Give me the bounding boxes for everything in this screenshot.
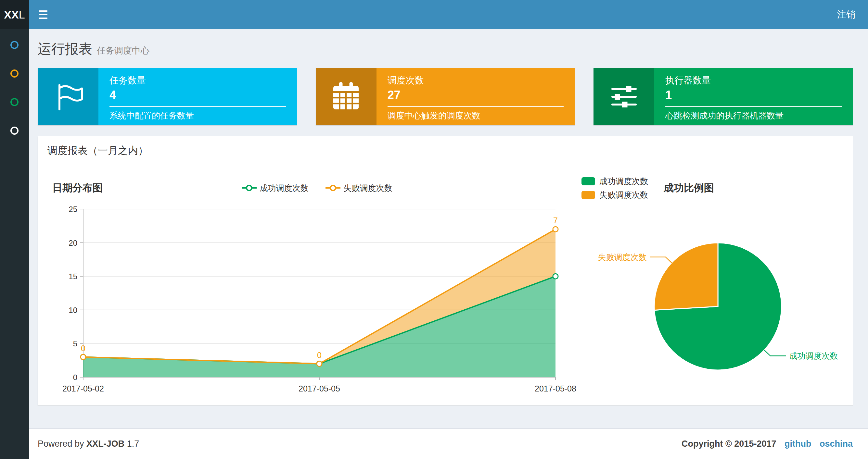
footer: Powered by XXL-JOB 1.7 Copyright © 2015-…	[29, 428, 868, 459]
svg-text:2017-05-02: 2017-05-02	[62, 384, 104, 393]
legend-label: 失败调度次数	[344, 183, 393, 194]
app-logo[interactable]: XXL	[0, 0, 29, 29]
pie-chart-title: 成功比例图	[664, 181, 714, 195]
page-title: 运行报表任务调度中心	[38, 40, 853, 58]
sliders-icon	[593, 68, 654, 125]
svg-text:2017-05-08: 2017-05-08	[535, 384, 576, 393]
info-box-jobs: 任务数量 4 系统中配置的任务数量	[38, 68, 297, 125]
circle-icon	[10, 127, 19, 135]
sidebar-item-help[interactable]	[0, 127, 29, 135]
divider	[665, 106, 842, 107]
line-chart-header: 日期分布图 成功调度次数 失败调度次数	[52, 176, 582, 199]
hamburger-icon	[39, 10, 48, 12]
info-box-value: 1	[665, 88, 842, 102]
swatch-icon	[582, 191, 595, 199]
main-area: 运行报表任务调度中心 任务数量 4	[0, 29, 868, 459]
report-panel: 调度报表（一月之内） 日期分布图 成功调度次数	[38, 136, 853, 405]
sidebar-toggle-button[interactable]	[29, 0, 58, 29]
pie-chart-header: 成功调度次数 失败调度次数 成功比例图	[582, 176, 838, 199]
brand-name: XXL-JOB	[86, 439, 124, 449]
github-link[interactable]: github	[784, 439, 811, 449]
svg-text:2017-05-05: 2017-05-05	[299, 384, 340, 393]
xxl-job-dashboard: XXL 注销 运行报表任务调度中心	[0, 0, 868, 459]
pie-chart-canvas: 成功调度次数失败调度次数	[582, 199, 838, 394]
svg-text:7: 7	[553, 216, 558, 225]
logout-link[interactable]: 注销	[837, 8, 855, 21]
legend-item-fail[interactable]: 失败调度次数	[582, 190, 648, 200]
info-boxes-row: 任务数量 4 系统中配置的任务数量	[38, 68, 853, 125]
content: 运行报表任务调度中心 任务数量 4	[29, 29, 868, 428]
info-box-triggers: 调度次数 27 调度中心触发的调度次数	[316, 68, 575, 125]
circle-icon	[10, 69, 19, 77]
copyright: Copyright © 2015-2017 github oschina	[682, 439, 853, 449]
svg-text:20: 20	[68, 238, 77, 248]
pie-chart-legend: 成功调度次数 失败调度次数	[582, 176, 648, 200]
legend-label: 成功调度次数	[599, 176, 648, 187]
info-box-desc: 系统中配置的任务数量	[110, 110, 286, 122]
legend-item-success[interactable]: 成功调度次数	[582, 176, 648, 187]
powered-by: Powered by XXL-JOB 1.7	[38, 439, 139, 449]
info-box-desc: 心跳检测成功的执行器机器数量	[665, 110, 842, 122]
line-marker-icon	[242, 184, 257, 192]
line-area-chart-canvas: 05101520252017-05-022017-05-052017-05-08…	[52, 199, 582, 394]
content-header: 运行报表任务调度中心	[38, 29, 853, 58]
svg-text:0: 0	[81, 344, 86, 353]
sidebar	[0, 29, 29, 459]
divider	[110, 106, 286, 107]
info-box-label: 调度次数	[388, 74, 564, 87]
navbar-right: 注销	[837, 0, 868, 29]
info-box-value: 27	[388, 88, 564, 102]
info-box-value: 4	[110, 88, 286, 102]
legend-item-success[interactable]: 成功调度次数	[242, 183, 309, 194]
svg-text:10: 10	[68, 306, 77, 315]
info-box-label: 执行器数量	[665, 74, 842, 87]
sidebar-item-jobs[interactable]	[0, 69, 29, 77]
oschina-link[interactable]: oschina	[819, 439, 853, 449]
panel-body: 日期分布图 成功调度次数 失败调度次数	[38, 165, 853, 405]
svg-text:5: 5	[73, 339, 77, 348]
line-marker-icon	[326, 184, 340, 192]
svg-text:失败调度次数: 失败调度次数	[598, 253, 647, 262]
panel-title: 调度报表（一月之内）	[38, 136, 853, 165]
info-box-label: 任务数量	[110, 74, 286, 87]
circle-icon	[10, 41, 19, 49]
legend-label: 成功调度次数	[260, 183, 309, 194]
info-box-content: 调度次数 27 调度中心触发的调度次数	[376, 68, 575, 125]
success-ratio-chart: 成功调度次数 失败调度次数 成功比例图 成功调度次数失败调度次数	[582, 176, 838, 394]
page-subtitle: 任务调度中心	[97, 46, 149, 56]
svg-text:0: 0	[317, 351, 321, 360]
logo-text-light: L	[19, 8, 25, 21]
version: 1.7	[127, 439, 140, 449]
divider	[388, 106, 564, 107]
sidebar-item-logs[interactable]	[0, 98, 29, 106]
svg-text:25: 25	[68, 205, 77, 214]
legend-label: 失败调度次数	[599, 190, 648, 200]
info-box-desc: 调度中心触发的调度次数	[388, 110, 564, 122]
top-navbar: XXL 注销	[0, 0, 868, 29]
line-chart-legend: 成功调度次数 失败调度次数	[52, 183, 582, 194]
logo-text-bold: XX	[4, 8, 19, 21]
flag-icon	[38, 68, 98, 125]
info-box-content: 任务数量 4 系统中配置的任务数量	[98, 68, 297, 125]
info-box-executors: 执行器数量 1 心跳检测成功的执行器机器数量	[593, 68, 853, 125]
legend-item-fail[interactable]: 失败调度次数	[326, 183, 393, 194]
svg-text:成功调度次数: 成功调度次数	[789, 351, 838, 360]
info-box-content: 执行器数量 1 心跳检测成功的执行器机器数量	[654, 68, 853, 125]
content-column: 运行报表任务调度中心 任务数量 4	[29, 29, 868, 459]
svg-text:15: 15	[68, 272, 77, 281]
swatch-icon	[582, 177, 595, 185]
svg-text:0: 0	[73, 373, 77, 382]
calendar-icon	[316, 68, 376, 125]
circle-icon	[10, 98, 19, 106]
date-distribution-chart: 日期分布图 成功调度次数 失败调度次数	[52, 176, 582, 394]
sidebar-item-dashboard[interactable]	[0, 41, 29, 49]
